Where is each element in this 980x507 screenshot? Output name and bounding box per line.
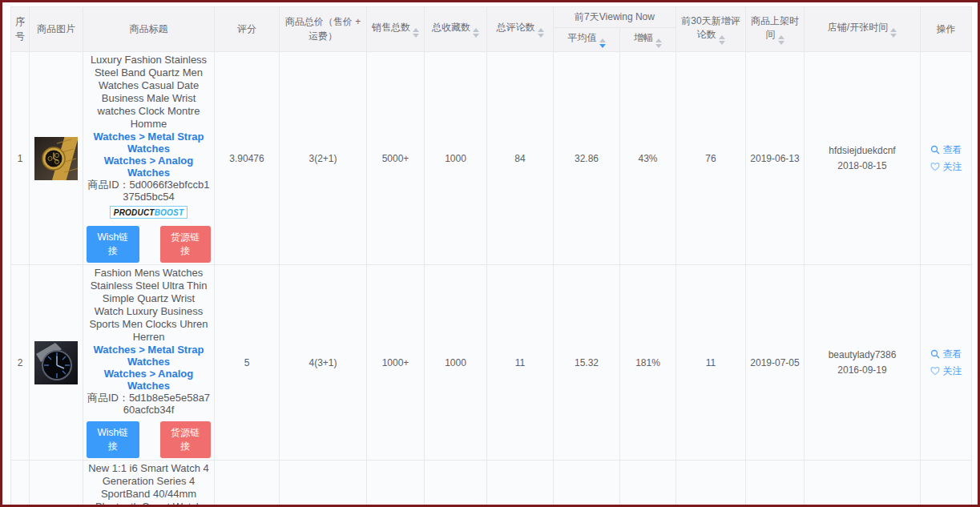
product-title-cell: Luxury Fashion Stainless Steel Band Quar… bbox=[83, 52, 215, 265]
sort-carets-icon[interactable] bbox=[538, 28, 544, 38]
viewing-avg-cell: 15.32 bbox=[554, 265, 620, 461]
sort-carets-icon[interactable] bbox=[719, 35, 725, 45]
store-name: hfdsiejduekdcnf bbox=[808, 143, 917, 159]
heart-icon bbox=[930, 366, 940, 376]
viewing-growth-cell: 43% bbox=[620, 52, 676, 265]
product-id: 商品ID：5d1b8e5e5e58a760acfcb34f bbox=[87, 392, 211, 416]
product-image-cell bbox=[30, 52, 83, 265]
table-header: 序号 商品图片 商品标题 评分 商品总价（售价 + 运费） 销售总数 总收藏数 … bbox=[11, 7, 972, 52]
store-name: beautylady7386 bbox=[808, 348, 917, 363]
header-total-comments[interactable]: 总评论数 bbox=[487, 7, 554, 52]
view-link[interactable]: 查看 bbox=[924, 346, 968, 363]
category-link[interactable]: Watches > Analog Watches bbox=[87, 368, 211, 392]
store-cell: hfdsiejduekdcnf 2018-08-15 bbox=[805, 52, 921, 265]
header-rating: 评分 bbox=[215, 7, 280, 52]
product-image-cell bbox=[30, 265, 83, 461]
viewing-avg-cell: 32.86 bbox=[554, 52, 620, 265]
header-index: 序号 bbox=[11, 7, 30, 52]
product-title: New 1:1 i6 Smart Watch 4 Generation Seri… bbox=[88, 462, 209, 507]
follow-link[interactable]: 关注 bbox=[924, 363, 968, 380]
actions-cell: 查看 关注 bbox=[921, 265, 972, 461]
sales-cell: 5000+ bbox=[367, 52, 425, 265]
price-cell: 149(137+12) bbox=[280, 461, 367, 507]
actions-cell: 查看 关注 bbox=[921, 52, 972, 265]
rating-cell: 5 bbox=[215, 265, 280, 461]
header-total-favorites[interactable]: 总收藏数 bbox=[425, 7, 487, 52]
actions-cell: 查看 关注 bbox=[921, 461, 972, 507]
product-title: Fashion Mens Watches Stainless Steel Ult… bbox=[89, 267, 208, 343]
header-viewing-growth[interactable]: 增幅 bbox=[620, 28, 676, 52]
sort-carets-icon[interactable] bbox=[890, 28, 897, 38]
new-comments-cell: 11 bbox=[676, 265, 746, 461]
category-link[interactable]: Watches > Metal Strap Watches bbox=[87, 131, 211, 155]
wish-link-button[interactable]: Wish链接 bbox=[87, 421, 139, 458]
product-data-table: 序号 商品图片 商品标题 评分 商品总价（售价 + 运费） 销售总数 总收藏数 … bbox=[10, 6, 972, 507]
source-link-button[interactable]: 货源链接 bbox=[160, 226, 211, 263]
productboost-badge: PRODUCTBOOST bbox=[110, 206, 188, 219]
listed-time-cell: 2019-07-05 bbox=[746, 265, 805, 461]
header-new-comments-30d[interactable]: 前30天新增评论数 bbox=[676, 7, 746, 52]
new-comments-cell: 1 bbox=[676, 461, 746, 507]
store-cell: tangliming 2017-10-05 bbox=[805, 461, 921, 507]
header-viewing-now-group: 前7天Viewing Now bbox=[554, 7, 676, 28]
sort-carets-icon[interactable] bbox=[473, 28, 479, 38]
product-image-cell bbox=[30, 461, 83, 507]
store-open-date: 2018-08-15 bbox=[808, 159, 917, 174]
listed-time-cell: 2019-06-13 bbox=[746, 52, 805, 265]
header-store[interactable]: 店铺/开张时间 bbox=[805, 7, 921, 52]
store-cell: beautylady7386 2016-09-19 bbox=[805, 265, 921, 461]
price-cell: 4(3+1) bbox=[280, 265, 367, 461]
source-link-button[interactable]: 货源链接 bbox=[160, 421, 211, 458]
sort-carets-icon[interactable] bbox=[413, 28, 419, 38]
favorites-cell: 1000 bbox=[425, 52, 487, 265]
favorites-cell: 1000 bbox=[425, 461, 487, 507]
magnifier-icon bbox=[930, 145, 940, 155]
sales-cell: 100+ bbox=[367, 461, 425, 507]
header-total-sales[interactable]: 销售总数 bbox=[367, 7, 425, 52]
product-title: Luxury Fashion Stainless Steel Band Quar… bbox=[91, 54, 207, 130]
favorites-cell: 1000 bbox=[425, 265, 487, 461]
header-listed-time[interactable]: 商品上架时间 bbox=[746, 7, 805, 52]
follow-link[interactable]: 关注 bbox=[924, 159, 968, 175]
sales-cell: 1000+ bbox=[367, 265, 425, 461]
product-title-cell: Fashion Mens Watches Stainless Steel Ult… bbox=[83, 265, 215, 461]
header-viewing-avg[interactable]: 平均值 bbox=[554, 28, 620, 52]
product-title-cell: New 1:1 i6 Smart Watch 4 Generation Seri… bbox=[83, 461, 215, 507]
table-row: 1 bbox=[11, 52, 972, 265]
rating-cell: 3 bbox=[215, 461, 280, 507]
sort-carets-icon[interactable] bbox=[778, 35, 784, 45]
viewing-growth-cell: 21% bbox=[620, 461, 676, 507]
row-index: 3 bbox=[11, 461, 30, 507]
viewing-avg-cell: 14.65 bbox=[554, 461, 620, 507]
magnifier-icon bbox=[930, 349, 940, 359]
row-index: 2 bbox=[11, 265, 30, 461]
header-actions: 操作 bbox=[921, 7, 972, 52]
product-image[interactable] bbox=[34, 137, 78, 180]
view-link[interactable]: 查看 bbox=[924, 142, 968, 159]
listed-time-cell: 2019-07-16 bbox=[746, 461, 805, 507]
sort-carets-icon[interactable] bbox=[599, 38, 606, 48]
product-id: 商品ID：5d0066f3ebfccb1375d5bc54 bbox=[87, 179, 211, 203]
comments-cell: 2 bbox=[487, 461, 554, 507]
category-link[interactable]: Watches > Analog Watches bbox=[87, 155, 211, 179]
rating-cell: 3.90476 bbox=[215, 52, 280, 265]
sort-carets-icon[interactable] bbox=[655, 38, 662, 48]
comments-cell: 11 bbox=[487, 265, 554, 461]
category-link[interactable]: Watches > Metal Strap Watches bbox=[87, 344, 211, 368]
header-total-price: 商品总价（售价 + 运费） bbox=[280, 7, 367, 52]
heart-icon bbox=[930, 162, 940, 171]
price-cell: 3(2+1) bbox=[280, 52, 367, 265]
row-index: 1 bbox=[11, 52, 30, 265]
table-row: 3 bbox=[11, 461, 972, 507]
wish-link-button[interactable]: Wish链接 bbox=[87, 226, 139, 263]
header-product-image: 商品图片 bbox=[30, 7, 83, 52]
viewing-growth-cell: 181% bbox=[620, 265, 676, 461]
comments-cell: 84 bbox=[487, 52, 554, 265]
store-open-date: 2016-09-19 bbox=[808, 363, 917, 378]
product-image[interactable] bbox=[34, 341, 78, 384]
header-product-title: 商品标题 bbox=[83, 7, 215, 52]
new-comments-cell: 76 bbox=[676, 52, 746, 265]
table-row: 2 bbox=[11, 265, 972, 461]
